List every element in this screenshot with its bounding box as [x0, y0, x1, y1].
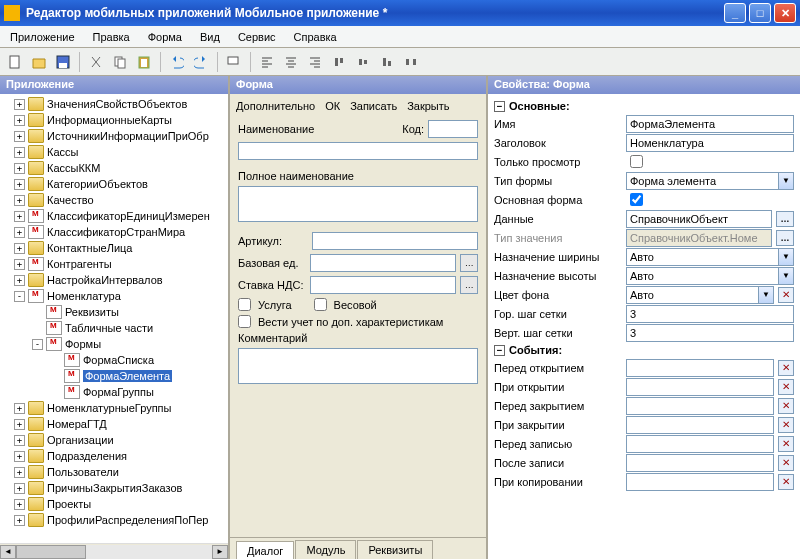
- tab-req[interactable]: Реквизиты: [357, 540, 433, 559]
- clear-icon[interactable]: ✕: [778, 436, 794, 452]
- prop-bg-combo[interactable]: Авто▼: [626, 286, 774, 304]
- tree-toggle-icon[interactable]: +: [14, 163, 25, 174]
- name-input[interactable]: [238, 142, 478, 160]
- chevron-down-icon[interactable]: ▼: [758, 287, 773, 303]
- tree-toggle-icon[interactable]: +: [14, 419, 25, 430]
- tree-toggle-icon[interactable]: +: [14, 115, 25, 126]
- prop-name-input[interactable]: [626, 115, 794, 133]
- prop-width-combo[interactable]: Авто▼: [626, 248, 794, 266]
- tree-item[interactable]: Реквизиты: [4, 304, 228, 320]
- chevron-down-icon[interactable]: ▼: [778, 249, 793, 265]
- tree-item[interactable]: +Контрагенты: [4, 256, 228, 272]
- tree-item[interactable]: +НоменклатурныеГруппы: [4, 400, 228, 416]
- scroll-track[interactable]: [86, 545, 212, 559]
- group-events[interactable]: −События:: [494, 344, 794, 356]
- scroll-thumb[interactable]: [16, 545, 86, 559]
- weight-checkbox[interactable]: [314, 298, 327, 311]
- undo-icon[interactable]: [166, 51, 188, 73]
- ev-before-write-input[interactable]: [626, 435, 774, 453]
- code-input[interactable]: [428, 120, 478, 138]
- find-icon[interactable]: [223, 51, 245, 73]
- tree-toggle-icon[interactable]: +: [14, 99, 25, 110]
- clear-icon[interactable]: ✕: [778, 398, 794, 414]
- ev-after-write-input[interactable]: [626, 454, 774, 472]
- tree-item[interactable]: +Пользователи: [4, 464, 228, 480]
- scroll-right-icon[interactable]: ►: [212, 545, 228, 559]
- form-close[interactable]: Закрыть: [407, 100, 449, 112]
- prop-data-browse-icon[interactable]: …: [776, 211, 794, 227]
- tree-area[interactable]: +ЗначенияСвойствОбъектов+ИнформационныеК…: [0, 94, 228, 543]
- menu-form[interactable]: Форма: [144, 29, 186, 45]
- prop-data-input[interactable]: [626, 210, 772, 228]
- tree-item[interactable]: +НомераГТД: [4, 416, 228, 432]
- align-left-icon[interactable]: [256, 51, 278, 73]
- tree-toggle-icon[interactable]: -: [32, 339, 43, 350]
- tree-item[interactable]: +Кассы: [4, 144, 228, 160]
- prop-vgrid-input[interactable]: [626, 324, 794, 342]
- tree-item[interactable]: -Номенклатура: [4, 288, 228, 304]
- tree-toggle-icon[interactable]: +: [14, 467, 25, 478]
- tab-dialog[interactable]: Диалог: [236, 541, 294, 559]
- prop-height-combo[interactable]: Авто▼: [626, 267, 794, 285]
- tree-toggle-icon[interactable]: +: [14, 275, 25, 286]
- paste-icon[interactable]: [133, 51, 155, 73]
- prop-hgrid-input[interactable]: [626, 305, 794, 323]
- align-middle-icon[interactable]: [352, 51, 374, 73]
- align-right-icon[interactable]: [304, 51, 326, 73]
- ev-before-close-input[interactable]: [626, 397, 774, 415]
- ev-on-close-input[interactable]: [626, 416, 774, 434]
- tree-toggle-icon[interactable]: +: [14, 243, 25, 254]
- tree-item[interactable]: +ЗначенияСвойствОбъектов: [4, 96, 228, 112]
- tree-item[interactable]: +Проекты: [4, 496, 228, 512]
- align-center-icon[interactable]: [280, 51, 302, 73]
- menu-help[interactable]: Справка: [290, 29, 341, 45]
- tree-toggle-icon[interactable]: +: [14, 179, 25, 190]
- prop-bg-clear-icon[interactable]: ✕: [778, 287, 794, 303]
- tree-item[interactable]: +КлассификаторСтранМира: [4, 224, 228, 240]
- tree-toggle-icon[interactable]: +: [14, 147, 25, 158]
- clear-icon[interactable]: ✕: [778, 455, 794, 471]
- baseunit-input[interactable]: [310, 254, 456, 272]
- close-button[interactable]: ✕: [774, 3, 796, 23]
- clear-icon[interactable]: ✕: [778, 379, 794, 395]
- service-checkbox[interactable]: [238, 298, 251, 311]
- vat-input[interactable]: [310, 276, 456, 294]
- tree-toggle-icon[interactable]: +: [14, 515, 25, 526]
- tree-toggle-icon[interactable]: +: [14, 259, 25, 270]
- ev-on-copy-input[interactable]: [626, 473, 774, 491]
- tree-toggle-icon[interactable]: +: [14, 435, 25, 446]
- tree-item[interactable]: +КатегорииОбъектов: [4, 176, 228, 192]
- tree-item[interactable]: +КлассификаторЕдиницИзмерен: [4, 208, 228, 224]
- maximize-button[interactable]: □: [749, 3, 771, 23]
- align-top-icon[interactable]: [328, 51, 350, 73]
- tree-item[interactable]: ФормаГруппы: [4, 384, 228, 400]
- chevron-down-icon[interactable]: ▼: [778, 268, 793, 284]
- extra-checkbox[interactable]: [238, 315, 251, 328]
- tree-toggle-icon[interactable]: +: [14, 131, 25, 142]
- tree-toggle-icon[interactable]: +: [14, 483, 25, 494]
- copy-icon[interactable]: [109, 51, 131, 73]
- clear-icon[interactable]: ✕: [778, 417, 794, 433]
- tree-item[interactable]: ФормаЭлемента: [4, 368, 228, 384]
- clear-icon[interactable]: ✕: [778, 360, 794, 376]
- align-bottom-icon[interactable]: [376, 51, 398, 73]
- tree-hscroll[interactable]: ◄ ►: [0, 543, 228, 559]
- tree-item[interactable]: +НастройкаИнтервалов: [4, 272, 228, 288]
- redo-icon[interactable]: [190, 51, 212, 73]
- tree-toggle-icon[interactable]: +: [14, 195, 25, 206]
- menu-app[interactable]: Приложение: [6, 29, 79, 45]
- tab-module[interactable]: Модуль: [295, 540, 356, 559]
- fullname-input[interactable]: [238, 186, 478, 222]
- cut-icon[interactable]: [85, 51, 107, 73]
- tree-item[interactable]: +Подразделения: [4, 448, 228, 464]
- tree-toggle-icon[interactable]: +: [14, 227, 25, 238]
- scroll-left-icon[interactable]: ◄: [0, 545, 16, 559]
- ev-on-open-input[interactable]: [626, 378, 774, 396]
- minimize-button[interactable]: _: [724, 3, 746, 23]
- tree-toggle-icon[interactable]: +: [14, 211, 25, 222]
- form-ok[interactable]: ОК: [325, 100, 340, 112]
- new-icon[interactable]: [4, 51, 26, 73]
- tree-item[interactable]: +КонтактныеЛица: [4, 240, 228, 256]
- tree-item[interactable]: +ПрофилиРаспределенияПоПер: [4, 512, 228, 528]
- group-main[interactable]: −Основные:: [494, 100, 794, 112]
